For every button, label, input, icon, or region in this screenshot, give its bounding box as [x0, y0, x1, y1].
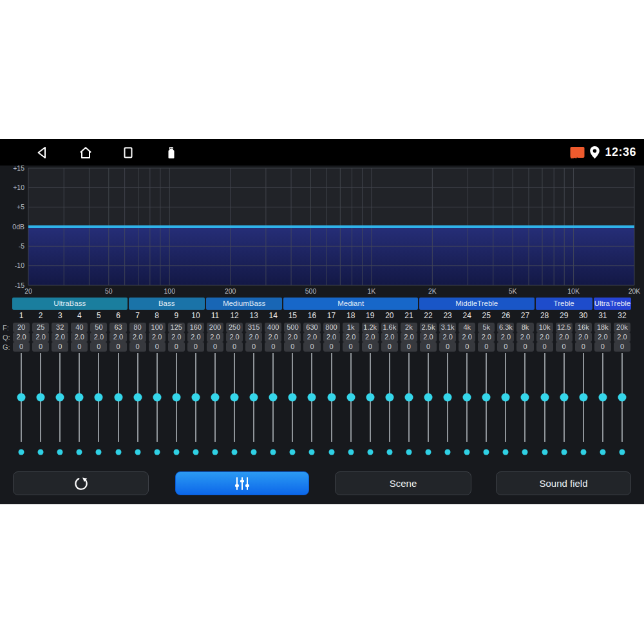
freq-value-chip[interactable]: 100 [149, 323, 166, 332]
slider-knob[interactable] [114, 393, 122, 402]
freq-value-chip[interactable]: 2.5k [420, 323, 437, 332]
slider-knob[interactable] [444, 393, 452, 402]
q-value-chip[interactable]: 2.0 [207, 332, 223, 342]
gain-slider[interactable] [12, 353, 31, 459]
gain-value-chip[interactable]: 0 [129, 342, 146, 352]
gain-slider[interactable] [128, 353, 147, 459]
q-value-chip[interactable]: 2.0 [516, 332, 533, 342]
gain-value-chip[interactable]: 0 [362, 342, 379, 352]
q-value-chip[interactable]: 2.0 [149, 332, 166, 342]
freq-value-chip[interactable]: 800 [323, 323, 340, 332]
slider-knob[interactable] [231, 393, 239, 402]
gain-value-chip[interactable]: 0 [207, 342, 223, 352]
q-value-chip[interactable]: 2.0 [420, 332, 437, 342]
gain-value-chip[interactable]: 0 [168, 342, 185, 352]
slider-knob[interactable] [521, 393, 529, 402]
gain-slider[interactable] [593, 353, 612, 459]
reset-button[interactable] [13, 471, 149, 495]
q-value-chip[interactable]: 2.0 [187, 332, 204, 342]
slider-knob[interactable] [579, 393, 587, 402]
q-value-chip[interactable]: 2.0 [536, 332, 553, 342]
freq-value-chip[interactable]: 1k [343, 323, 359, 332]
slider-knob[interactable] [172, 393, 180, 402]
q-value-chip[interactable]: 2.0 [362, 332, 379, 342]
gain-value-chip[interactable]: 0 [265, 342, 281, 352]
gain-slider[interactable] [361, 353, 380, 459]
freq-value-chip[interactable]: 18k [594, 323, 611, 332]
back-icon[interactable] [35, 145, 50, 160]
slider-knob[interactable] [75, 393, 84, 402]
gain-value-chip[interactable]: 0 [52, 342, 68, 352]
freq-value-chip[interactable]: 63 [109, 323, 126, 332]
slider-knob[interactable] [289, 393, 297, 402]
recents-icon[interactable] [120, 145, 136, 160]
home-icon[interactable] [78, 145, 93, 160]
q-value-chip[interactable]: 2.0 [594, 332, 611, 342]
slider-knob[interactable] [502, 393, 510, 402]
gain-slider[interactable] [70, 353, 89, 459]
freq-value-chip[interactable]: 250 [226, 323, 243, 332]
gain-value-chip[interactable]: 0 [401, 342, 417, 352]
freq-value-chip[interactable]: 315 [245, 323, 262, 332]
gain-slider[interactable] [438, 353, 457, 459]
gain-slider[interactable] [89, 353, 108, 459]
q-value-chip[interactable]: 2.0 [109, 332, 126, 342]
slider-knob[interactable] [308, 393, 316, 402]
gain-value-chip[interactable]: 0 [556, 342, 573, 352]
gain-value-chip[interactable]: 0 [187, 342, 204, 352]
q-value-chip[interactable]: 2.0 [13, 332, 30, 342]
q-value-chip[interactable]: 2.0 [168, 332, 185, 342]
slider-knob[interactable] [560, 393, 568, 402]
slider-knob[interactable] [56, 393, 64, 402]
q-value-chip[interactable]: 2.0 [323, 332, 340, 342]
freq-value-chip[interactable]: 8k [516, 323, 533, 332]
gain-value-chip[interactable]: 0 [109, 342, 126, 352]
gain-value-chip[interactable]: 0 [323, 342, 340, 352]
slider-knob[interactable] [327, 393, 336, 402]
gain-value-chip[interactable]: 0 [303, 342, 320, 352]
gain-slider[interactable] [399, 353, 419, 459]
gain-value-chip[interactable]: 0 [71, 342, 88, 352]
q-value-chip[interactable]: 2.0 [90, 332, 107, 342]
slider-knob[interactable] [95, 393, 103, 402]
gain-slider[interactable] [515, 353, 535, 459]
gain-value-chip[interactable]: 0 [13, 342, 30, 352]
gain-value-chip[interactable]: 0 [478, 342, 495, 352]
slider-knob[interactable] [191, 393, 200, 402]
q-value-chip[interactable]: 2.0 [265, 332, 281, 342]
q-value-chip[interactable]: 2.0 [52, 332, 68, 342]
slider-knob[interactable] [211, 393, 219, 402]
gain-value-chip[interactable]: 0 [439, 342, 456, 352]
q-value-chip[interactable]: 2.0 [401, 332, 417, 342]
q-value-chip[interactable]: 2.0 [497, 332, 514, 342]
sound-field-button[interactable]: Sound field [496, 471, 631, 495]
gain-value-chip[interactable]: 0 [90, 342, 107, 352]
gain-value-chip[interactable]: 0 [284, 342, 301, 352]
gain-value-chip[interactable]: 0 [594, 342, 611, 352]
slider-knob[interactable] [17, 393, 26, 402]
gain-slider[interactable] [496, 353, 515, 459]
gain-value-chip[interactable]: 0 [614, 342, 630, 352]
q-value-chip[interactable]: 2.0 [343, 332, 359, 342]
freq-value-chip[interactable]: 1.2k [362, 323, 379, 332]
gain-slider[interactable] [341, 353, 361, 459]
slider-knob[interactable] [598, 393, 607, 402]
gain-slider[interactable] [186, 353, 205, 459]
q-value-chip[interactable]: 2.0 [284, 332, 301, 342]
q-value-chip[interactable]: 2.0 [556, 332, 573, 342]
q-value-chip[interactable]: 2.0 [226, 332, 243, 342]
freq-value-chip[interactable]: 40 [71, 323, 88, 332]
freq-value-chip[interactable]: 2k [401, 323, 417, 332]
freq-value-chip[interactable]: 5k [478, 323, 495, 332]
freq-value-chip[interactable]: 50 [90, 323, 107, 332]
gain-slider[interactable] [283, 353, 302, 459]
gain-slider[interactable] [477, 353, 496, 459]
freq-value-chip[interactable]: 20k [614, 323, 630, 332]
freq-value-chip[interactable]: 10k [536, 323, 553, 332]
slider-knob[interactable] [133, 393, 142, 402]
gain-slider[interactable] [535, 353, 554, 459]
freq-value-chip[interactable]: 400 [265, 323, 281, 332]
q-value-chip[interactable]: 2.0 [303, 332, 320, 342]
gain-slider[interactable] [147, 353, 167, 459]
slider-knob[interactable] [346, 393, 355, 402]
